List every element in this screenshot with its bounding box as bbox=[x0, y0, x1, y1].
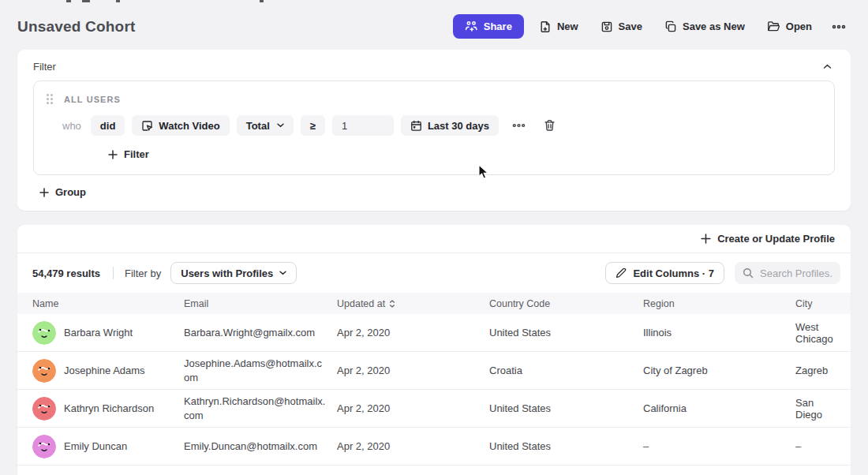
date-range-selector[interactable]: Last 30 days bbox=[401, 115, 499, 136]
search-icon bbox=[743, 267, 754, 279]
chevron-down-icon bbox=[279, 271, 286, 275]
column-header-updated-at[interactable]: Updated at bbox=[337, 298, 489, 309]
save-icon bbox=[600, 21, 613, 33]
copy-icon bbox=[664, 21, 677, 33]
cell-email: Kathryn.Richardson@hotmailx.com bbox=[184, 395, 337, 422]
search-box[interactable] bbox=[735, 262, 840, 284]
calendar-icon bbox=[410, 120, 422, 132]
cell-email: Emily.Duncan@hotmailx.com bbox=[184, 439, 337, 454]
cell-updated-at: Apr 2, 2020 bbox=[337, 402, 489, 414]
event-icon bbox=[141, 120, 153, 132]
cell-city: Zagreb bbox=[795, 365, 851, 376]
row-more-options-button[interactable] bbox=[509, 121, 529, 130]
profile-filter-dropdown[interactable]: Users with Profiles bbox=[170, 262, 297, 284]
column-header-email[interactable]: Email bbox=[184, 298, 337, 309]
ellipsis-icon bbox=[832, 24, 846, 29]
column-header-country-code[interactable]: Country Code bbox=[489, 298, 643, 309]
open-button[interactable]: Open bbox=[760, 15, 819, 38]
page-title: Unsaved Cohort bbox=[17, 18, 136, 36]
cell-city: San Diego bbox=[795, 397, 851, 421]
cell-name: Barbara Wright bbox=[32, 321, 184, 345]
avatar bbox=[32, 359, 56, 383]
plus-icon bbox=[108, 150, 118, 159]
did-selector[interactable]: did bbox=[91, 115, 125, 136]
profile-name: Barbara Wright bbox=[64, 327, 133, 338]
profile-name: Josephine Adams bbox=[64, 365, 145, 376]
profile-name: Kathryn Richardson bbox=[64, 402, 154, 414]
avatar bbox=[32, 397, 56, 421]
ellipsis-icon bbox=[512, 123, 526, 128]
operator-selector[interactable]: ≥ bbox=[301, 115, 325, 136]
share-users-icon bbox=[465, 21, 478, 32]
table-row[interactable]: Barbara Wright Barbara.Wright@gmailx.com… bbox=[17, 314, 851, 352]
header-actions: Share New Save bbox=[453, 14, 851, 39]
who-label: who bbox=[62, 120, 81, 132]
new-document-icon bbox=[539, 21, 552, 33]
page-header: Unsaved Cohort Share New bbox=[0, 0, 868, 50]
event-selector[interactable]: Watch Video bbox=[132, 115, 229, 136]
column-header-region[interactable]: Region bbox=[643, 298, 795, 309]
table-body: Barbara Wright Barbara.Wright@gmailx.com… bbox=[17, 314, 851, 466]
pencil-icon bbox=[615, 267, 627, 279]
divider bbox=[113, 267, 114, 279]
search-profiles-input[interactable] bbox=[760, 267, 832, 279]
cell-country-code: United States bbox=[489, 440, 643, 452]
cell-country-code: United States bbox=[489, 402, 643, 414]
plus-icon bbox=[701, 234, 711, 244]
chevron-down-icon bbox=[277, 123, 284, 128]
table-header: Name Email Updated at Country Code Regio… bbox=[17, 293, 851, 314]
cell-updated-at: Apr 2, 2020 bbox=[337, 440, 489, 452]
drag-handle[interactable] bbox=[47, 94, 53, 104]
save-button[interactable]: Save bbox=[593, 15, 649, 39]
cohort-group: ALL USERS who did Watch Video Total bbox=[33, 80, 835, 175]
column-header-name[interactable]: Name bbox=[32, 298, 184, 309]
aggregation-selector[interactable]: Total bbox=[237, 115, 294, 136]
cell-updated-at: Apr 2, 2020 bbox=[337, 365, 489, 376]
filter-panel-title: Filter bbox=[33, 61, 56, 73]
cell-email: Barbara.Wright@gmailx.com bbox=[184, 326, 337, 340]
profile-name: Emily Duncan bbox=[64, 440, 127, 452]
column-header-city[interactable]: City bbox=[795, 298, 851, 309]
filter-panel: Filter ALL USERS who did bbox=[17, 50, 851, 211]
cell-country-code: United States bbox=[489, 327, 643, 338]
results-toolbar: 54,479 results Filter by Users with Prof… bbox=[17, 253, 851, 293]
avatar bbox=[32, 321, 56, 345]
cell-region: City of Zagreb bbox=[643, 365, 795, 376]
create-or-update-profile-button[interactable]: Create or Update Profile bbox=[701, 233, 835, 245]
delete-filter-button[interactable] bbox=[541, 117, 559, 134]
save-as-new-button[interactable]: Save as New bbox=[657, 15, 752, 39]
value-input[interactable] bbox=[332, 115, 394, 136]
cell-updated-at: Apr 2, 2020 bbox=[337, 327, 489, 338]
results-count: 54,479 results bbox=[32, 267, 100, 279]
cell-country-code: Croatia bbox=[489, 365, 643, 376]
new-button[interactable]: New bbox=[532, 15, 586, 39]
group-label: ALL USERS bbox=[64, 95, 121, 104]
more-options-button[interactable] bbox=[827, 19, 851, 35]
filter-condition-row: who did Watch Video Total bbox=[45, 115, 823, 136]
cell-region: – bbox=[643, 440, 795, 452]
chevron-up-icon bbox=[823, 64, 832, 69]
filter-by-label: Filter by bbox=[125, 267, 161, 279]
cell-name: Kathryn Richardson bbox=[32, 397, 184, 421]
plus-icon bbox=[39, 188, 49, 197]
cell-city: – bbox=[795, 440, 851, 452]
table-row[interactable]: Kathryn Richardson Kathryn.Richardson@ho… bbox=[17, 390, 851, 428]
add-filter-button[interactable]: Filter bbox=[108, 148, 149, 160]
cell-region: California bbox=[643, 402, 795, 414]
results-panel: Create or Update Profile 54,479 results … bbox=[17, 225, 851, 475]
sort-icon bbox=[389, 300, 395, 308]
folder-icon bbox=[767, 21, 780, 32]
avatar bbox=[32, 435, 56, 458]
cell-city: West Chicago bbox=[795, 321, 851, 345]
share-button[interactable]: Share bbox=[453, 14, 524, 39]
cell-name: Emily Duncan bbox=[32, 435, 184, 458]
table-row[interactable]: Emily Duncan Emily.Duncan@hotmailx.com A… bbox=[17, 428, 851, 466]
add-group-button[interactable]: Group bbox=[39, 186, 86, 198]
cell-region: Illinois bbox=[643, 327, 795, 338]
table-row[interactable]: Josephine Adams Josephine.Adams@hotmailx… bbox=[17, 352, 851, 390]
clipped-content-sliver bbox=[0, 0, 868, 2]
trash-icon bbox=[544, 119, 556, 132]
cell-name: Josephine Adams bbox=[32, 359, 184, 383]
edit-columns-button[interactable]: Edit Columns · 7 bbox=[605, 262, 724, 284]
collapse-filter-button[interactable] bbox=[821, 62, 833, 71]
